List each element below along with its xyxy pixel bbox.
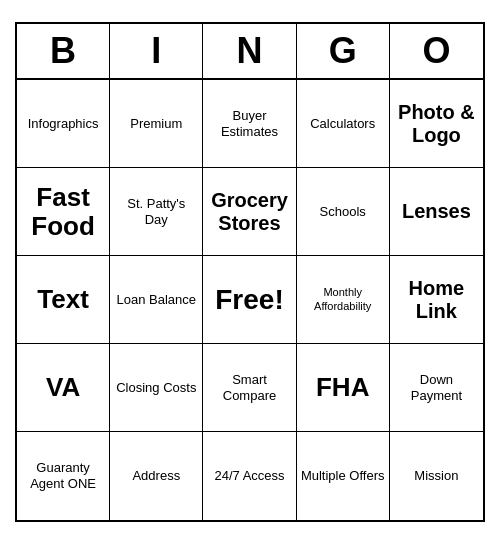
- bingo-letter: O: [390, 24, 483, 78]
- bingo-cell: Smart Compare: [203, 344, 296, 432]
- bingo-cell: Monthly Affordability: [297, 256, 390, 344]
- bingo-cell: FHA: [297, 344, 390, 432]
- bingo-cell: Loan Balance: [110, 256, 203, 344]
- bingo-header: BINGO: [17, 24, 483, 80]
- bingo-cell: Guaranty Agent ONE: [17, 432, 110, 520]
- bingo-cell: Fast Food: [17, 168, 110, 256]
- bingo-card: BINGO InfographicsPremiumBuyer Estimates…: [15, 22, 485, 522]
- bingo-cell: Text: [17, 256, 110, 344]
- bingo-cell: Premium: [110, 80, 203, 168]
- bingo-letter: N: [203, 24, 296, 78]
- bingo-cell: St. Patty's Day: [110, 168, 203, 256]
- bingo-cell: Lenses: [390, 168, 483, 256]
- bingo-cell: Down Payment: [390, 344, 483, 432]
- bingo-cell: Closing Costs: [110, 344, 203, 432]
- bingo-letter: G: [297, 24, 390, 78]
- bingo-cell: Home Link: [390, 256, 483, 344]
- bingo-cell: Multiple Offers: [297, 432, 390, 520]
- bingo-cell: VA: [17, 344, 110, 432]
- bingo-cell: Infographics: [17, 80, 110, 168]
- bingo-letter: B: [17, 24, 110, 78]
- bingo-letter: I: [110, 24, 203, 78]
- bingo-cell: Address: [110, 432, 203, 520]
- bingo-cell: Mission: [390, 432, 483, 520]
- bingo-grid: InfographicsPremiumBuyer EstimatesCalcul…: [17, 80, 483, 520]
- bingo-cell: Free!: [203, 256, 296, 344]
- bingo-cell: Buyer Estimates: [203, 80, 296, 168]
- bingo-cell: Photo & Logo: [390, 80, 483, 168]
- bingo-cell: Grocery Stores: [203, 168, 296, 256]
- bingo-cell: Schools: [297, 168, 390, 256]
- bingo-cell: 24/7 Access: [203, 432, 296, 520]
- bingo-cell: Calculators: [297, 80, 390, 168]
